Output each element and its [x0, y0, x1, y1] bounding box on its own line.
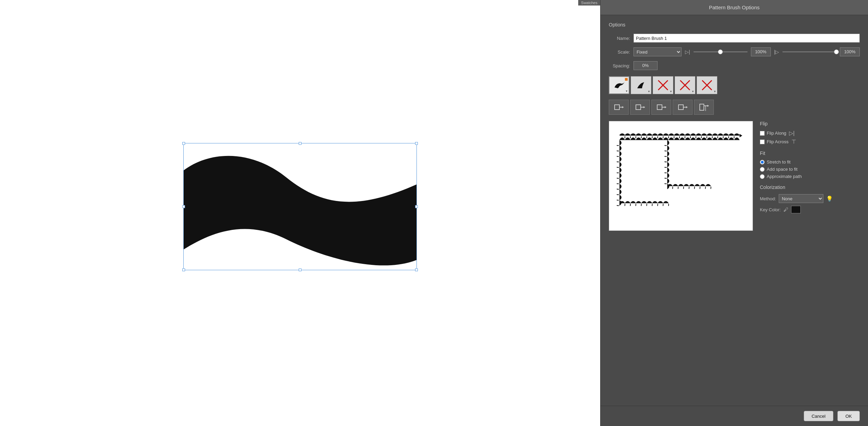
- tile-icon-side: [613, 79, 626, 92]
- scale-label: Scale:: [609, 49, 630, 55]
- fit-section: Fit Stretch to fit Add space to fit Appr…: [760, 150, 860, 179]
- flip-along-row: Flip Along ▷|: [760, 130, 860, 136]
- preview-svg: [609, 121, 753, 231]
- tile-side-dropdown-icon: ▼: [625, 90, 628, 93]
- svg-marker-8: [622, 106, 624, 108]
- right-options: Flip Flip Along ▷| Flip Across ⊤: [760, 121, 860, 231]
- tile-outer-corner-dropdown-icon: ▼: [648, 90, 650, 93]
- ok-button[interactable]: OK: [837, 411, 860, 421]
- scale-icon-left: ▷|: [685, 49, 690, 55]
- flip-along-checkbox[interactable]: [760, 131, 765, 136]
- preview-box: [609, 121, 753, 231]
- handle-mid-left[interactable]: [182, 205, 185, 208]
- scale-slider2[interactable]: [783, 52, 836, 52]
- dialog-panel: Pattern Brush Options Options Name: Scal…: [600, 0, 868, 426]
- selected-shape-container: [183, 143, 417, 270]
- add-space-radio[interactable]: [760, 167, 765, 172]
- handle-bottom-mid[interactable]: [299, 269, 301, 271]
- arrow-btn-3[interactable]: [651, 100, 671, 115]
- swatches-panel-hint: Swatches: [578, 0, 600, 5]
- arrow-btn-4[interactable]: [673, 100, 693, 115]
- arrow-icon-1: [614, 102, 624, 112]
- svg-marker-14: [665, 106, 666, 108]
- scale-slider2-container: [783, 52, 836, 52]
- spacing-input[interactable]: 0%: [633, 61, 658, 70]
- flip-across-checkbox[interactable]: [760, 139, 765, 144]
- handle-top-left[interactable]: [182, 142, 185, 145]
- tile-start-dropdown-icon: ▼: [692, 90, 694, 93]
- scale-value2: 100%: [840, 47, 860, 56]
- svg-rect-9: [636, 105, 641, 110]
- flip-along-label: Flip Along: [767, 131, 786, 136]
- add-space-label[interactable]: Add space to fit: [760, 167, 860, 172]
- arrow-btn-2[interactable]: [630, 100, 650, 115]
- eyedropper-icon[interactable]: 🖋: [784, 207, 788, 212]
- flip-across-label: Flip Across: [767, 139, 789, 144]
- svg-marker-22: [740, 134, 742, 137]
- stretch-to-fit-text: Stretch to fit: [767, 159, 790, 165]
- scale-select[interactable]: Fixed Proportional: [633, 47, 682, 56]
- flip-along-checkbox-label[interactable]: Flip Along: [760, 131, 786, 136]
- scale-slider2-thumb: [834, 49, 839, 54]
- method-select[interactable]: None Tints Tints and Shades Hue Shift: [779, 194, 823, 203]
- arrow-icon-5: [699, 102, 709, 112]
- tile-btn-side[interactable]: ▼: [609, 76, 629, 94]
- dialog-footer: Cancel OK: [601, 406, 868, 426]
- handle-bottom-right[interactable]: [415, 269, 418, 271]
- name-input[interactable]: [633, 34, 860, 43]
- tile-icon-end: [701, 79, 713, 91]
- tile-btn-end[interactable]: ▼: [697, 76, 717, 94]
- fit-section-label: Fit: [760, 150, 860, 156]
- svg-marker-17: [686, 106, 688, 108]
- name-label: Name:: [609, 36, 630, 41]
- lightbulb-icon: 💡: [826, 195, 833, 202]
- scale-icon-right: |▷: [774, 49, 779, 55]
- flip-section: Flip Flip Along ▷| Flip Across ⊤: [760, 121, 860, 145]
- tile-end-dropdown-icon: ▼: [713, 90, 716, 93]
- keycolor-row: Key Color: 🖋: [760, 206, 860, 213]
- approximate-path-label[interactable]: Approximate path: [760, 174, 860, 179]
- stretch-to-fit-label[interactable]: Stretch to fit: [760, 159, 860, 165]
- arrow-icon-3: [656, 102, 666, 112]
- tile-btn-outer-corner[interactable]: ▼: [631, 76, 651, 94]
- preview-and-options: Flip Flip Along ▷| Flip Across ⊤: [609, 121, 860, 231]
- handle-top-mid[interactable]: [299, 142, 301, 145]
- tile-dot-side: [625, 78, 628, 81]
- cancel-button[interactable]: Cancel: [804, 411, 833, 421]
- handle-mid-right[interactable]: [415, 205, 418, 208]
- svg-marker-11: [643, 106, 645, 108]
- method-row: Method: None Tints Tints and Shades Hue …: [760, 194, 860, 203]
- arrow-icon-2: [635, 102, 645, 112]
- dialog-body: Options Name: Scale: Fixed Proportional …: [601, 15, 868, 406]
- handle-top-right[interactable]: [415, 142, 418, 145]
- arrow-btn-5[interactable]: [694, 100, 714, 115]
- tile-icon-inner-corner: [657, 79, 669, 91]
- spacing-label: Spacing:: [609, 63, 630, 68]
- tile-btn-start[interactable]: ▼: [675, 76, 695, 94]
- canvas-area: Swatches: [0, 0, 600, 426]
- approximate-path-radio[interactable]: [760, 174, 765, 179]
- svg-marker-20: [707, 105, 709, 107]
- flip-across-checkbox-label[interactable]: Flip Across: [760, 139, 789, 144]
- svg-rect-6: [615, 105, 619, 110]
- svg-rect-12: [657, 105, 662, 110]
- tile-icon-outer-corner: [635, 79, 648, 92]
- handle-bottom-left[interactable]: [182, 269, 185, 271]
- tile-inner-corner-dropdown-icon: ▼: [670, 90, 672, 93]
- scale-slider1[interactable]: [694, 52, 747, 52]
- spacing-row: Spacing: 0%: [609, 61, 860, 70]
- tile-icon-start: [679, 79, 691, 91]
- flip-across-row: Flip Across ⊤: [760, 138, 860, 145]
- svg-rect-18: [700, 104, 704, 110]
- key-color-label: Key Color:: [760, 207, 781, 212]
- stretch-to-fit-radio[interactable]: [760, 160, 765, 165]
- dialog-title: Pattern Brush Options: [709, 4, 760, 10]
- flip-across-icon: ⊤: [791, 138, 796, 145]
- key-color-swatch[interactable]: [791, 206, 801, 213]
- selection-box: [183, 143, 417, 270]
- tile-btn-inner-corner[interactable]: ▼: [653, 76, 673, 94]
- dialog-titlebar: Pattern Brush Options: [601, 0, 868, 15]
- scale-slider1-thumb: [718, 49, 723, 54]
- svg-rect-15: [678, 105, 683, 110]
- arrow-btn-1[interactable]: [609, 100, 629, 115]
